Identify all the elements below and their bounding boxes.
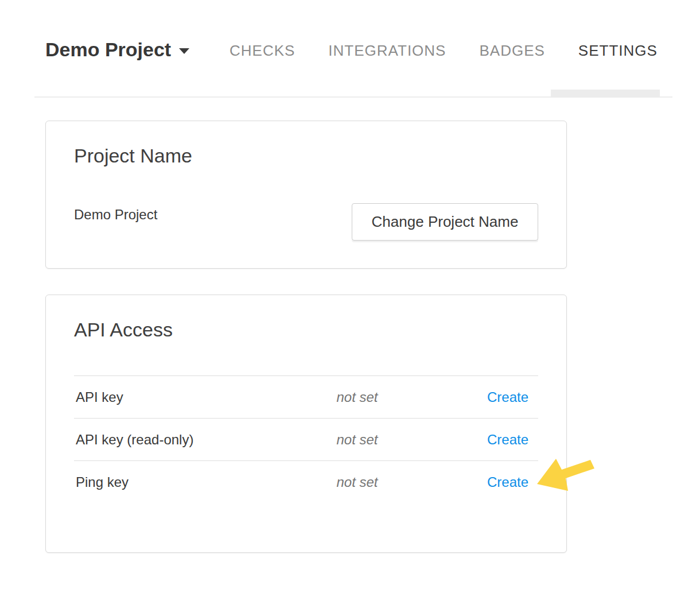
project-settings-page: Demo Project CHECKS INTEGRATIONS BADGES …	[0, 0, 700, 608]
key-action-cell: Create	[418, 419, 538, 461]
change-project-name-button[interactable]: Change Project Name	[352, 203, 538, 241]
nav-tab-settings[interactable]: SETTINGS	[578, 42, 658, 59]
nav-tab-integrations[interactable]: INTEGRATIONS	[328, 42, 446, 59]
arrow-shape	[537, 459, 594, 491]
project-switcher-dropdown[interactable]: Demo Project	[45, 38, 189, 61]
project-name-card: Project Name Demo Project Change Project…	[45, 121, 567, 269]
create-ping-key-link[interactable]: Create	[487, 474, 528, 490]
api-access-card-title: API Access	[74, 318, 538, 342]
chevron-down-icon	[179, 48, 189, 54]
api-access-card: API Access API key not set Create API ke…	[45, 295, 567, 553]
key-value: not set	[297, 461, 417, 504]
key-action-cell: Create	[418, 461, 538, 504]
nav-tab-checks[interactable]: CHECKS	[230, 42, 295, 59]
create-api-key-link[interactable]: Create	[487, 389, 528, 405]
key-label: API key (read-only)	[74, 419, 297, 461]
key-value: not set	[297, 376, 417, 419]
create-api-key-readonly-link[interactable]: Create	[487, 432, 528, 447]
current-project-name: Demo Project	[74, 207, 157, 223]
key-action-cell: Create	[418, 376, 538, 419]
header-divider	[34, 96, 672, 98]
key-label: API key	[74, 376, 297, 419]
api-keys-table: API key not set Create API key (read-onl…	[74, 375, 538, 504]
table-row-ping-key: Ping key not set Create	[74, 461, 538, 504]
key-label: Ping key	[74, 461, 297, 504]
project-nav: CHECKS INTEGRATIONS BADGES SETTINGS	[230, 42, 658, 59]
annotation-arrow-icon	[531, 454, 600, 495]
project-title: Demo Project	[45, 38, 171, 61]
project-name-card-title: Project Name	[74, 144, 538, 168]
project-name-row: Demo Project Change Project Name	[74, 203, 538, 241]
table-row-api-key: API key not set Create	[74, 376, 538, 419]
table-row-api-key-readonly: API key (read-only) not set Create	[74, 419, 538, 461]
nav-tab-badges[interactable]: BADGES	[479, 42, 545, 59]
key-value: not set	[297, 419, 417, 461]
